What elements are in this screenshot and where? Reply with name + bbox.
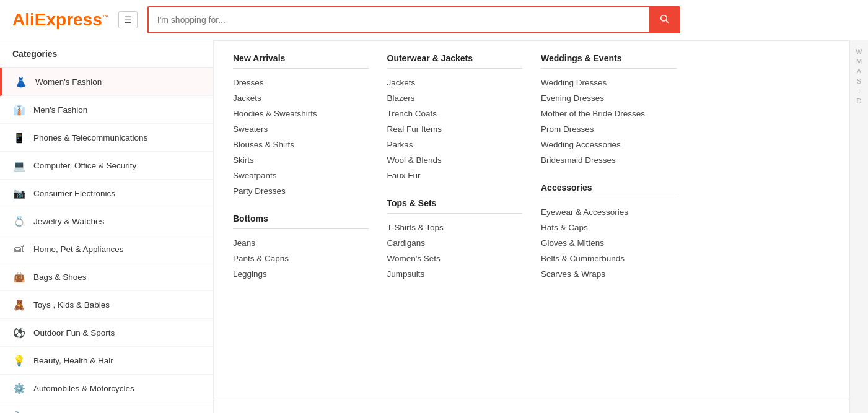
- sidebar-label-electronics: Consumer Electronics: [33, 189, 115, 198]
- strip-letter-w: W: [856, 46, 862, 56]
- new-arrivals-list: DressesJacketsHoodies & SweatshirtsSweat…: [233, 75, 369, 199]
- list-item[interactable]: Mother of the Bride Dresses: [541, 106, 677, 121]
- sidebar-label-phones: Phones & Telecommunications: [33, 133, 147, 142]
- column-new-arrivals: New Arrivals DressesJacketsHoodies & Swe…: [233, 53, 369, 386]
- dropdown-panel: New Arrivals DressesJacketsHoodies & Swe…: [214, 40, 849, 399]
- list-item[interactable]: Prom Dresses: [541, 121, 677, 137]
- sidebar-label-computer: Computer, Office & Security: [33, 161, 136, 170]
- logo[interactable]: AliExpress™: [12, 10, 108, 30]
- sidebar-item-auto[interactable]: ⚙️Automobiles & Motorcycles: [0, 375, 213, 402]
- sidebar-item-outdoor[interactable]: ⚽Outdoor Fun & Sports: [0, 319, 213, 347]
- strip-letter-d: D: [857, 96, 862, 106]
- phones-icon: 📱: [12, 131, 26, 144]
- list-item[interactable]: Parkas: [387, 137, 523, 152]
- list-item[interactable]: Skirts: [233, 152, 369, 168]
- sidebar-item-computer[interactable]: 💻Computer, Office & Security: [0, 152, 213, 180]
- jewelry-icon: 💍: [12, 214, 26, 228]
- sidebar-label-jewelry: Jewelry & Watches: [33, 217, 104, 226]
- sidebar-label-auto: Automobiles & Motorcycles: [33, 384, 134, 393]
- sidebar-item-electronics[interactable]: 📷Consumer Electronics: [0, 180, 213, 207]
- sidebar-item-mens-fashion[interactable]: 👔Men's Fashion: [0, 96, 213, 124]
- list-item[interactable]: Wedding Dresses: [541, 75, 677, 90]
- sidebar-label-womens-fashion: Women's Fashion: [35, 77, 102, 87]
- menu-button[interactable]: ☰: [118, 11, 138, 28]
- list-item[interactable]: Cardigans: [387, 235, 523, 251]
- column-outerwear: Outerwear & Jackets JacketsBlazersTrench…: [387, 53, 523, 386]
- list-item[interactable]: T-Shirts & Tops: [387, 220, 523, 235]
- outdoor-icon: ⚽: [12, 326, 26, 339]
- beauty-icon: 💡: [12, 354, 26, 367]
- sidebar-item-home-improve[interactable]: 🔧Home Improvement & Tools: [0, 402, 213, 413]
- strip-letter-a: A: [857, 66, 861, 76]
- list-item[interactable]: Gloves & Mittens: [541, 235, 677, 251]
- list-item[interactable]: Evening Dresses: [541, 90, 677, 106]
- outerwear-list: JacketsBlazersTrench CoatsReal Fur Items…: [387, 75, 523, 183]
- logo-express: Express: [35, 10, 102, 29]
- accessories-list: Eyewear & AccessoriesHats & CapsGloves &…: [541, 204, 677, 282]
- list-item[interactable]: Faux Fur: [387, 168, 523, 183]
- sidebar-heading: Categories: [0, 40, 213, 68]
- list-item[interactable]: Hats & Caps: [541, 220, 677, 235]
- list-item[interactable]: Jeans: [233, 235, 369, 251]
- section-title-new-arrivals: New Arrivals: [233, 53, 369, 69]
- section-title-bottoms: Bottoms: [233, 214, 369, 229]
- sidebar-label-outdoor: Outdoor Fun & Sports: [33, 328, 115, 337]
- search-input[interactable]: [149, 7, 649, 32]
- sidebar-label-bags: Bags & Shoes: [33, 272, 87, 282]
- search-bar: [147, 6, 680, 33]
- right-strip: W M A S T D: [849, 40, 868, 413]
- sidebar-item-beauty[interactable]: 💡Beauty, Health & Hair: [0, 347, 213, 375]
- list-item[interactable]: Leggings: [233, 266, 369, 282]
- list-item[interactable]: Sweatpants: [233, 168, 369, 183]
- weddings-list: Wedding DressesEvening DressesMother of …: [541, 75, 677, 168]
- list-item[interactable]: Pants & Capris: [233, 251, 369, 266]
- computer-icon: 💻: [12, 159, 26, 172]
- auto-icon: ⚙️: [12, 381, 26, 395]
- svg-line-1: [666, 20, 669, 23]
- strip-letter-t: T: [857, 86, 861, 96]
- list-item[interactable]: Blouses & Shirts: [233, 137, 369, 152]
- sidebar-label-toys: Toys , Kids & Babies: [33, 300, 110, 310]
- section-title-accessories: Accessories: [541, 183, 677, 198]
- list-item[interactable]: Scarves & Wraps: [541, 266, 677, 282]
- list-item[interactable]: Real Fur Items: [387, 121, 523, 137]
- logo-tm: ™: [102, 14, 108, 20]
- list-item[interactable]: Wedding Accessories: [541, 137, 677, 152]
- sidebar-item-womens-fashion[interactable]: 👗Women's Fashion: [0, 68, 213, 96]
- list-item[interactable]: Trench Coats: [387, 106, 523, 121]
- sidebar-label-home: Home, Pet & Appliances: [33, 245, 124, 254]
- list-item[interactable]: Dresses: [233, 75, 369, 90]
- list-item[interactable]: Sweaters: [233, 121, 369, 137]
- sidebar-item-phones[interactable]: 📱Phones & Telecommunications: [0, 124, 213, 152]
- list-item[interactable]: Blazers: [387, 90, 523, 106]
- home-improve-icon: 🔧: [12, 409, 26, 413]
- list-item[interactable]: Women's Sets: [387, 251, 523, 266]
- sidebar-item-jewelry[interactable]: 💍Jewelry & Watches: [0, 207, 213, 235]
- home-icon: 🛋: [12, 242, 26, 256]
- search-icon: [659, 14, 669, 24]
- list-item[interactable]: Jackets: [233, 90, 369, 106]
- section-title-weddings: Weddings & Events: [541, 53, 677, 69]
- sidebar-item-toys[interactable]: 🧸Toys , Kids & Babies: [0, 291, 213, 319]
- column-weddings: Weddings & Events Wedding DressesEvening…: [541, 53, 677, 386]
- sidebar-items: 👗Women's Fashion👔Men's Fashion📱Phones & …: [0, 68, 213, 413]
- list-item[interactable]: Wool & Blends: [387, 152, 523, 168]
- sidebar: Categories 👗Women's Fashion👔Men's Fashio…: [0, 40, 214, 413]
- svg-point-0: [660, 15, 666, 21]
- list-item[interactable]: Hoodies & Sweatshirts: [233, 106, 369, 121]
- mens-fashion-icon: 👔: [12, 103, 26, 116]
- list-item[interactable]: Bridesmaid Dresses: [541, 152, 677, 168]
- list-item[interactable]: Jackets: [387, 75, 523, 90]
- section-title-tops: Tops & Sets: [387, 198, 523, 214]
- search-button[interactable]: [649, 7, 679, 32]
- list-item[interactable]: Eyewear & Accessories: [541, 204, 677, 220]
- header: AliExpress™ ☰: [0, 0, 868, 40]
- sidebar-item-bags[interactable]: 👜Bags & Shoes: [0, 263, 213, 291]
- list-item[interactable]: Party Dresses: [233, 183, 369, 199]
- logo-ali: Ali: [12, 10, 35, 29]
- list-item[interactable]: Jumpsuits: [387, 266, 523, 282]
- sidebar-item-home[interactable]: 🛋Home, Pet & Appliances: [0, 235, 213, 263]
- list-item[interactable]: Belts & Cummerbunds: [541, 251, 677, 266]
- sidebar-label-beauty: Beauty, Health & Hair: [33, 356, 113, 365]
- electronics-icon: 📷: [12, 186, 26, 200]
